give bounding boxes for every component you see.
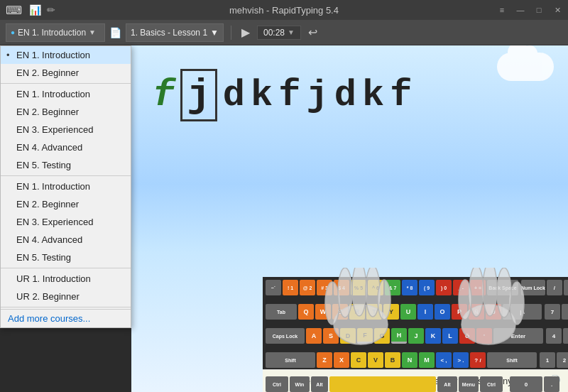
doc-icon: 📄: [109, 27, 121, 38]
key-tab[interactable]: Tab: [266, 304, 297, 320]
key-num2[interactable]: 2: [557, 352, 568, 368]
toolbar: ● EN 1. Introduction ▼ 📄 1. Basics - Les…: [0, 20, 568, 45]
letter-k1: k: [251, 75, 273, 116]
svg-point-10: [510, 282, 524, 325]
letter-k2: k: [362, 75, 384, 116]
key-row-bottom: Ctrl Win Alt Alt Menu Ctrl 0 .: [266, 376, 565, 392]
key-ctrl-left[interactable]: Ctrl: [266, 376, 288, 392]
lesson-arrow: ▼: [210, 28, 219, 38]
letter-f1: f: [153, 75, 175, 116]
main-area: EN 1. Introduction EN 2. Beginner EN 1. …: [0, 45, 568, 392]
key-x[interactable]: X: [334, 352, 349, 368]
course-label: EN 1. Introduction: [18, 28, 86, 38]
time-display: 00:28 ▼: [257, 26, 301, 40]
dropdown-item-13[interactable]: UR 2. Beginner: [1, 288, 131, 305]
play-button[interactable]: ▶: [239, 24, 253, 40]
time-arrow: ▼: [288, 28, 295, 36]
left-hand: [318, 268, 403, 346]
lesson-selector[interactable]: 1. Basics - Lesson 1 ▼: [126, 23, 224, 42]
key-n[interactable]: N: [402, 352, 417, 368]
hands-overlay: [295, 268, 554, 346]
dropdown-item-11[interactable]: EN 5. Testing: [1, 249, 131, 266]
key-num-dot[interactable]: .: [544, 376, 559, 392]
right-hand: [446, 268, 531, 346]
time-value: 00:28: [263, 28, 285, 38]
key-space[interactable]: [329, 376, 436, 392]
toolbar-separator: [231, 26, 231, 40]
toolbar-icons: 📊 ✏: [29, 4, 55, 16]
key-slash[interactable]: ? /: [470, 352, 486, 368]
dropdown-arrow: ▼: [89, 28, 96, 36]
key-c[interactable]: C: [351, 352, 366, 368]
key-z[interactable]: Z: [317, 352, 332, 368]
dropdown-item-0[interactable]: EN 1. Introduction: [1, 46, 131, 64]
key-num8[interactable]: 8: [562, 304, 568, 320]
dropdown-item-2[interactable]: EN 1. Introduction: [1, 85, 131, 103]
dropdown-item-4[interactable]: EN 3. Experienced: [1, 121, 131, 138]
divider-1: [1, 83, 131, 84]
key-win-right[interactable]: Menu: [459, 376, 479, 392]
add-more-courses[interactable]: Add more courses...: [1, 309, 131, 327]
minimize-btn[interactable]: —: [515, 5, 525, 15]
key-num1[interactable]: 1: [540, 352, 555, 368]
dropdown-item-7[interactable]: EN 1. Introduction: [1, 178, 131, 195]
svg-point-4: [325, 282, 339, 325]
dropdown-item-10[interactable]: EN 4. Advanced: [1, 231, 131, 249]
key-row-zxcv: Shift Z X C V B N M < , > . ? / Shift 1 …: [266, 344, 565, 376]
title-bar-left: ⌨ 📊 ✏: [6, 4, 55, 17]
key-alt-right[interactable]: Alt: [437, 376, 457, 392]
course-selector[interactable]: ● EN 1. Introduction ▼: [6, 23, 105, 42]
divider-4: [1, 307, 131, 307]
key-comma[interactable]: < ,: [436, 352, 452, 368]
key-shift-right[interactable]: Shift: [487, 352, 537, 368]
key-backtick[interactable]: ~`: [266, 280, 281, 295]
svg-point-11: [497, 268, 511, 317]
dropdown-item-12[interactable]: UR 1. Introduction: [1, 270, 131, 288]
svg-point-6: [352, 268, 366, 316]
key-ctrl-right[interactable]: Ctrl: [480, 376, 503, 392]
settings-icon[interactable]: ✏: [47, 4, 55, 16]
letter-j-highlighted: j: [180, 69, 217, 121]
dropdown-item-6[interactable]: EN 5. Testing: [1, 156, 131, 174]
maximize-btn[interactable]: □: [534, 5, 544, 15]
dropdown-item-1[interactable]: EN 2. Beginner: [1, 64, 131, 82]
title-bar: ⌨ 📊 ✏ mehvish - RapidTyping 5.4 ≡ — □ ✕: [0, 0, 568, 20]
key-b[interactable]: B: [385, 352, 400, 368]
chart-icon[interactable]: 📊: [29, 4, 41, 16]
window-title: mehvish - RapidTyping 5.4: [229, 5, 339, 16]
svg-point-8: [378, 280, 390, 320]
bullet-icon: ●: [11, 28, 15, 36]
letter-d2: d: [334, 75, 356, 116]
window-controls: ≡ — □ ✕: [497, 5, 562, 15]
key-num-mul[interactable]: *: [564, 280, 568, 295]
divider-2: [1, 175, 131, 176]
svg-point-5: [338, 268, 352, 317]
key-alt-left[interactable]: Alt: [311, 376, 328, 392]
dropdown-item-9[interactable]: EN 3. Experienced: [1, 213, 131, 231]
lesson-label: 1. Basics - Lesson 1: [131, 28, 207, 38]
letter-f3: f: [390, 75, 412, 116]
app-icon: ⌨: [6, 4, 22, 17]
key-shift-left[interactable]: Shift: [266, 352, 315, 368]
dropdown-item-5[interactable]: EN 4. Advanced: [1, 138, 131, 156]
close-btn[interactable]: ✕: [552, 5, 562, 15]
typing-area: f j d k f j d k f your fingers in the ba…: [131, 45, 568, 392]
key-num0[interactable]: 0: [510, 376, 542, 392]
cloud-decoration: [497, 53, 554, 81]
svg-point-14: [459, 280, 471, 320]
menu-icon[interactable]: ≡: [497, 5, 507, 15]
key-period[interactable]: > .: [453, 352, 469, 368]
back-button[interactable]: ↩: [305, 24, 320, 40]
key-win-left[interactable]: Win: [290, 376, 310, 392]
key-num5[interactable]: 5: [563, 328, 568, 344]
key-v[interactable]: V: [368, 352, 383, 368]
dropdown-item-8[interactable]: EN 2. Beginner: [1, 195, 131, 213]
key-m[interactable]: M: [419, 352, 435, 368]
letter-j2: j: [306, 75, 328, 116]
letter-f2: f: [278, 75, 300, 116]
divider-3: [1, 268, 131, 268]
course-dropdown[interactable]: EN 1. Introduction EN 2. Beginner EN 1. …: [0, 45, 131, 328]
dropdown-item-3[interactable]: EN 2. Beginner: [1, 103, 131, 121]
svg-point-12: [483, 268, 497, 316]
letter-d1: d: [223, 75, 245, 116]
